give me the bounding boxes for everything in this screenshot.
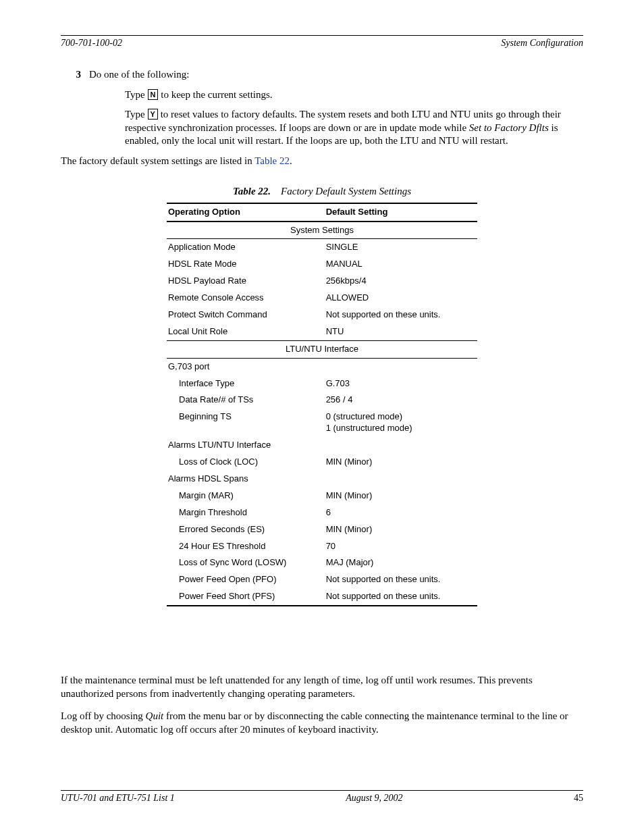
section-label: System Settings — [167, 221, 477, 239]
cell-key: Data Rate/# of TSs — [167, 392, 325, 409]
table-row: Power Feed Short (PFS)Not supported on t… — [167, 588, 477, 606]
text: Log off by choosing — [61, 710, 146, 721]
table-row: Protect Switch CommandNot supported on t… — [167, 307, 477, 323]
footer-center: August 9, 2002 — [346, 792, 402, 804]
cell-key: Power Feed Open (PFO) — [167, 571, 325, 588]
cell-val: 256kbps/4 — [325, 273, 477, 290]
cell-key: Remote Console Access — [167, 290, 325, 307]
cell-val: 0 (structured mode) 1 (unstructured mode… — [325, 409, 477, 437]
table-22-link[interactable]: Table 22 — [254, 155, 290, 166]
cell-val: NTU — [325, 323, 477, 340]
table-row: Beginning TS0 (structured mode) 1 (unstr… — [167, 409, 477, 437]
cell-val: Not supported on these units. — [325, 588, 477, 606]
table-row: Application ModeSINGLE — [167, 239, 477, 256]
header-rule — [61, 35, 583, 36]
text: to keep the current settings. — [158, 89, 272, 100]
col-default-setting: Default Setting — [325, 203, 477, 221]
cell-val: 256 / 4 — [325, 392, 477, 409]
table-22: Operating Option Default Setting System … — [167, 203, 477, 606]
cell-key: Loss of Clock (LOC) — [167, 454, 325, 471]
footer-left: UTU-701 and ETU-751 List 1 — [61, 792, 175, 804]
option-n: Type N to keep the current settings. — [125, 88, 583, 102]
cell-val: MANUAL — [325, 256, 477, 273]
cell-val: Not supported on these units. — [325, 571, 477, 588]
cell-val: ALLOWED — [325, 290, 477, 307]
step-intro: Do one of the following: — [89, 68, 583, 82]
cell-val: MAJ (Major) — [325, 554, 477, 571]
cell-val — [325, 437, 477, 454]
footer-rule — [61, 790, 583, 791]
spacer — [61, 633, 583, 674]
table-row: G,703 port — [167, 358, 477, 375]
cell-key: Margin (MAR) — [167, 488, 325, 504]
cell-val — [325, 358, 477, 375]
cell-key: Margin Threshold — [167, 504, 325, 521]
cell-key: HDSL Payload Rate — [167, 273, 325, 290]
section-label: LTU/NTU Interface — [167, 340, 477, 358]
table-row: Loss of Clock (LOC)MIN (Minor) — [167, 454, 477, 471]
caption-label: Table 22. — [233, 186, 271, 197]
text: Type — [125, 109, 148, 120]
defaults-reference: The factory default system settings are … — [61, 155, 583, 168]
cell-key: Alarms LTU/NTU Interface — [167, 437, 325, 454]
cell-key: G,703 port — [167, 358, 325, 375]
keycap-n: N — [148, 89, 159, 100]
table-row: Remote Console AccessALLOWED — [167, 290, 477, 307]
cell-key: Local Unit Role — [167, 323, 325, 340]
table-row: Margin (MAR)MIN (Minor) — [167, 488, 477, 504]
caption-text: Factory Default System Settings — [281, 186, 411, 197]
table-row: Alarms HDSL Spans — [167, 471, 477, 488]
cell-val: 70 — [325, 538, 477, 555]
cell-val — [325, 471, 477, 488]
text: Type — [125, 89, 148, 100]
cell-key: Power Feed Short (PFS) — [167, 588, 325, 606]
cell-key: 24 Hour ES Threshold — [167, 538, 325, 555]
cell-key: Errored Seconds (ES) — [167, 521, 325, 538]
table-row: Errored Seconds (ES)MIN (Minor) — [167, 521, 477, 538]
logoff-para-1: If the maintenance terminal must be left… — [61, 674, 583, 700]
cell-val: MIN (Minor) — [325, 454, 477, 471]
table-row: Margin Threshold6 — [167, 504, 477, 521]
table-row: Alarms LTU/NTU Interface — [167, 437, 477, 454]
cell-key: Application Mode — [167, 239, 325, 256]
option-y: Type Y to reset values to factory defaul… — [125, 108, 583, 148]
cell-val: MIN (Minor) — [325, 488, 477, 504]
table-22-caption: Table 22. Factory Default System Setting… — [61, 185, 583, 199]
table-row: Data Rate/# of TSs256 / 4 — [167, 392, 477, 409]
cell-key: Alarms HDSL Spans — [167, 471, 325, 488]
table-row: Loss of Sync Word (LOSW)MAJ (Major) — [167, 554, 477, 571]
section-ltu-ntu-interface: LTU/NTU Interface — [167, 340, 477, 358]
page: 700-701-100-02 System Configuration 3 Do… — [0, 0, 644, 834]
table-row: Interface TypeG.703 — [167, 375, 477, 392]
cell-key: HDSL Rate Mode — [167, 256, 325, 273]
section-system-settings: System Settings — [167, 221, 477, 239]
cell-val: 6 — [325, 504, 477, 521]
cell-val: G.703 — [325, 375, 477, 392]
cell-key: Loss of Sync Word (LOSW) — [167, 554, 325, 571]
table-row: HDSL Rate ModeMANUAL — [167, 256, 477, 273]
table-header-row: Operating Option Default Setting — [167, 203, 477, 221]
col-operating-option: Operating Option — [167, 203, 325, 221]
cell-val: SINGLE — [325, 239, 477, 256]
table-row: HDSL Payload Rate256kbps/4 — [167, 273, 477, 290]
logoff-para-2: Log off by choosing Quit from the menu b… — [61, 710, 583, 736]
cell-val: MIN (Minor) — [325, 521, 477, 538]
header-right: System Configuration — [501, 37, 583, 49]
italic-quit: Quit — [146, 710, 164, 721]
table-row: Power Feed Open (PFO)Not supported on th… — [167, 571, 477, 588]
step-3: 3 Do one of the following: — [61, 68, 583, 82]
page-number: 45 — [574, 792, 583, 804]
cell-val: Not supported on these units. — [325, 307, 477, 323]
keycap-y: Y — [148, 109, 158, 120]
step-number: 3 — [61, 68, 89, 82]
text: . — [290, 155, 292, 166]
text: The factory default system settings are … — [61, 155, 254, 166]
running-footer: UTU-701 and ETU-751 List 1 August 9, 200… — [61, 790, 583, 804]
cell-key: Interface Type — [167, 375, 325, 392]
cell-key: Protect Switch Command — [167, 307, 325, 323]
italic-phrase: Set to Factory Dflts — [469, 122, 549, 133]
running-header: 700-701-100-02 System Configuration — [61, 37, 583, 49]
cell-key: Beginning TS — [167, 409, 325, 437]
header-left: 700-701-100-02 — [61, 37, 122, 49]
table-row: 24 Hour ES Threshold70 — [167, 538, 477, 555]
